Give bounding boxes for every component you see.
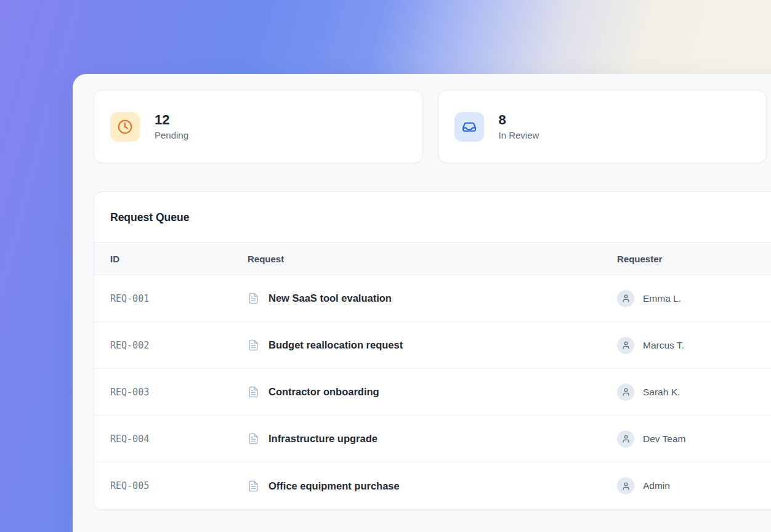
document-icon: [248, 433, 259, 445]
column-header-id: ID: [110, 254, 248, 264]
request-id: REQ-005: [110, 480, 248, 491]
stat-text: 12 Pending: [155, 113, 188, 140]
avatar-user-icon: [617, 430, 634, 448]
stat-value-in-review: 8: [499, 113, 539, 127]
request-id: REQ-004: [110, 433, 248, 445]
column-header-request: Request: [248, 254, 617, 264]
requester-cell: Dev Team: [617, 430, 771, 448]
main-panel: 12 Pending 8 In Review Request Queue ID …: [73, 74, 771, 532]
stat-label-in-review: In Review: [499, 130, 539, 140]
requester-name: Admin: [643, 480, 670, 491]
request-title: Contractor onboarding: [268, 386, 379, 398]
request-cell: Budget reallocation request: [248, 339, 617, 351]
queue-title: Request Queue: [94, 192, 771, 243]
table-row[interactable]: REQ-002 Budget reallocation request Marc…: [94, 322, 771, 369]
table-header-row: ID Request Requester: [94, 243, 771, 275]
avatar-user-icon: [617, 384, 634, 401]
table-row[interactable]: REQ-004 Infrastructure upgrade Dev Team: [94, 416, 771, 462]
clock-icon: [110, 112, 140, 142]
request-cell: Contractor onboarding: [248, 386, 617, 398]
requester-name: Dev Team: [643, 433, 686, 445]
requester-cell: Sarah K.: [617, 384, 771, 401]
request-cell: Infrastructure upgrade: [248, 433, 617, 445]
table-row[interactable]: REQ-003 Contractor onboarding Sarah K.: [94, 369, 771, 416]
document-icon: [248, 480, 259, 492]
request-title: Budget reallocation request: [268, 339, 403, 351]
avatar-user-icon: [617, 290, 634, 307]
stat-card-in-review: 8 In Review: [438, 90, 767, 163]
stat-value-pending: 12: [155, 113, 188, 127]
table-row[interactable]: REQ-001 New SaaS tool evaluation Emma L.: [94, 275, 771, 322]
requester-name: Emma L.: [643, 293, 681, 304]
request-title: New SaaS tool evaluation: [268, 292, 392, 304]
avatar-user-icon: [617, 477, 634, 494]
request-title: Infrastructure upgrade: [268, 433, 377, 445]
request-id: REQ-003: [110, 387, 248, 398]
requester-name: Sarah K.: [643, 387, 680, 398]
request-queue-card: Request Queue ID Request Requester REQ-0…: [94, 191, 771, 510]
request-id: REQ-001: [110, 293, 248, 304]
request-cell: Office equipment purchase: [248, 480, 617, 492]
stat-label-pending: Pending: [155, 130, 188, 140]
stat-card-pending: 12 Pending: [94, 90, 423, 163]
stat-text: 8 In Review: [499, 113, 539, 140]
table-row[interactable]: REQ-005 Office equipment purchase Admin: [94, 462, 771, 509]
request-cell: New SaaS tool evaluation: [248, 292, 617, 304]
avatar-user-icon: [617, 337, 634, 354]
requester-name: Marcus T.: [643, 340, 684, 351]
document-icon: [248, 386, 259, 398]
requester-cell: Emma L.: [617, 290, 771, 307]
requester-cell: Admin: [617, 477, 771, 494]
inbox-icon: [454, 112, 484, 142]
column-header-requester: Requester: [617, 254, 771, 264]
request-title: Office equipment purchase: [268, 480, 400, 492]
document-icon: [248, 292, 259, 304]
request-id: REQ-002: [110, 340, 248, 351]
document-icon: [248, 339, 259, 351]
stats-row: 12 Pending 8 In Review: [94, 90, 767, 163]
requester-cell: Marcus T.: [617, 337, 771, 354]
